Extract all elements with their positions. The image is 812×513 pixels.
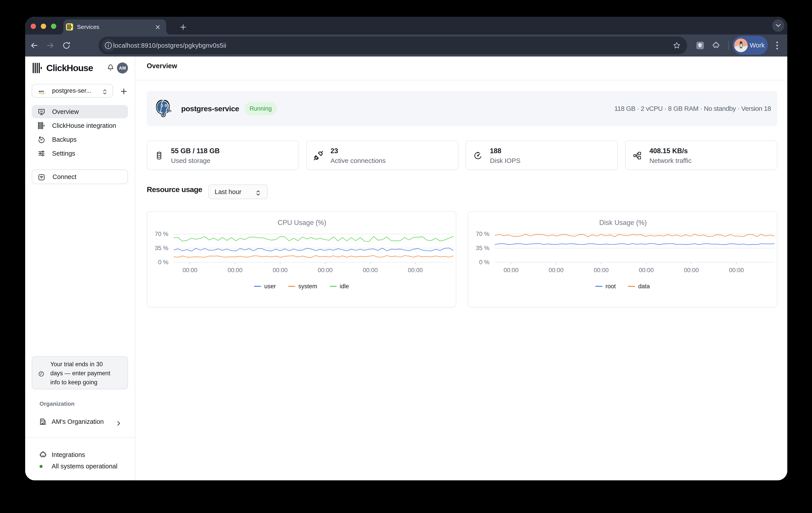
browser-toolbar: localhost:8910/postgres/pgkybgnv0s5ii Wo…	[25, 34, 787, 57]
legend-label: idle	[340, 283, 349, 290]
svg-text:00:00: 00:00	[594, 267, 609, 274]
chart-title: Disk Usage (%)	[599, 219, 647, 226]
add-service-button[interactable]	[121, 88, 127, 93]
chart-title: CPU Usage (%)	[278, 219, 326, 226]
stat-label: Disk IOPS	[490, 156, 520, 166]
stat-value: 408.15 KB/s	[649, 146, 688, 156]
new-tab-button[interactable]	[180, 24, 186, 30]
status-badge: Running	[244, 102, 277, 115]
service-selector[interactable]: aws postgres-ser...	[32, 84, 113, 97]
building-icon	[39, 418, 46, 425]
sidebar-item-label: Overview	[52, 105, 79, 118]
reload-button[interactable]	[62, 41, 70, 50]
time-range-select[interactable]: Last hour	[208, 184, 268, 199]
sidebar-item-clickhouse-integration[interactable]: ClickHouse integration	[32, 119, 128, 132]
connect-screen-icon	[38, 174, 45, 181]
tab-title: Services	[77, 20, 99, 34]
chart-legend: rootdata	[468, 282, 777, 290]
sidebar-item-settings[interactable]: Settings	[32, 147, 128, 160]
legend-label: user	[264, 283, 276, 290]
svg-text:00:00: 00:00	[549, 267, 563, 274]
organization-row[interactable]: AM's Organization	[32, 415, 128, 428]
main-panel: Overview postgres-service Running 118 GB…	[136, 57, 787, 480]
legend-label: root	[606, 283, 616, 290]
aws-logo-icon: aws	[38, 88, 46, 93]
toolbar-divider	[728, 41, 729, 50]
legend-mark	[288, 286, 295, 287]
clickhouse-logo-icon	[33, 63, 42, 73]
sidebar-item-label: ClickHouse integration	[52, 119, 116, 132]
brand-name: ClickHouse	[46, 62, 93, 74]
stat-value: 188	[490, 146, 501, 156]
integrations-row[interactable]: Integrations	[32, 448, 128, 461]
connect-button[interactable]: Connect	[32, 170, 128, 184]
sidebar-item-label: Settings	[52, 147, 75, 160]
user-avatar[interactable]: AM	[117, 62, 128, 74]
shield-extension-icon[interactable]	[696, 42, 704, 49]
window-minimize-button[interactable]	[41, 24, 46, 29]
legend-item-idle[interactable]: idle	[330, 283, 349, 290]
window-close-button[interactable]	[31, 24, 36, 29]
window-zoom-button[interactable]	[51, 24, 56, 29]
svg-text:00:00: 00:00	[408, 267, 423, 274]
database-icon	[155, 151, 164, 160]
notifications-bell-icon[interactable]	[107, 64, 114, 71]
organization-name: AM's Organization	[52, 415, 104, 428]
forward-button[interactable]	[46, 41, 54, 50]
legend-mark	[595, 286, 602, 287]
page-title: Overview	[147, 57, 177, 80]
browser-window: Services localhost:8910/postgres/pgkybgn…	[25, 17, 787, 480]
tab-search-button[interactable]	[772, 20, 784, 32]
app-content: ClickHouse AM aws postgres-ser... Overvi…	[25, 57, 787, 480]
service-selector-value: postgres-ser...	[52, 84, 91, 97]
integrations-label: Integrations	[52, 448, 85, 461]
select-updown-icon	[256, 189, 260, 195]
sidebar: ClickHouse AM aws postgres-ser... Overvi…	[25, 57, 135, 480]
svg-text:0 %: 0 %	[479, 259, 489, 265]
chevron-right-icon	[117, 420, 120, 424]
charts-row: CPU Usage (%)0 %35 %70 %00:0000:0000:000…	[147, 211, 777, 308]
status-dot-icon	[39, 465, 42, 468]
stat-label: Active connections	[330, 156, 386, 166]
legend-item-system[interactable]: system	[288, 283, 317, 290]
gauge-icon	[473, 151, 482, 160]
stat-value: 23	[330, 146, 338, 156]
svg-text:35 %: 35 %	[155, 245, 168, 251]
trial-notice: Your trial ends in 30 days — enter payme…	[32, 356, 128, 389]
profile-chip[interactable]: Work	[732, 36, 768, 55]
address-bar[interactable]: localhost:8910/postgres/pgkybgnv0s5ii	[98, 37, 687, 54]
bookmark-star-icon[interactable]	[673, 42, 680, 49]
browser-tab-services[interactable]: Services	[63, 20, 166, 34]
sidebar-item-overview[interactable]: Overview	[32, 105, 128, 118]
site-info-icon[interactable]	[102, 39, 115, 52]
select-updown-icon	[103, 88, 107, 93]
stat-card-used-storage: 55 GB / 118 GB Used storage	[147, 140, 299, 170]
disk-usage-chart-card: Disk Usage (%)0 %35 %70 %00:0000:0000:00…	[468, 211, 777, 308]
svg-text:70 %: 70 %	[155, 231, 168, 237]
extensions-puzzle-icon[interactable]	[712, 42, 720, 49]
url-text: localhost:8910/postgres/pgkybgnv0s5ii	[113, 37, 226, 54]
legend-item-user[interactable]: user	[254, 283, 276, 290]
avatar-initials: AM	[119, 65, 126, 70]
back-button[interactable]	[30, 41, 38, 50]
system-status-row[interactable]: All systems operational	[32, 460, 128, 473]
stat-label: Used storage	[171, 156, 210, 166]
chart-legend: usersystemidle	[147, 282, 456, 290]
desktop: Services localhost:8910/postgres/pgkybgn…	[0, 0, 812, 513]
browser-menu-kebab-icon[interactable]	[775, 40, 779, 50]
legend-item-root[interactable]: root	[595, 283, 616, 290]
svg-text:35 %: 35 %	[476, 245, 489, 251]
svg-text:00:00: 00:00	[228, 267, 242, 274]
puzzle-icon	[39, 451, 47, 459]
svg-text:00:00: 00:00	[273, 267, 288, 274]
disk-usage-plot: Disk Usage (%)0 %35 %70 %00:0000:0000:00…	[468, 212, 778, 308]
legend-item-data[interactable]: data	[628, 283, 650, 290]
status-text: All systems operational	[52, 460, 117, 473]
service-name: postgres-service	[181, 91, 239, 126]
svg-text:0 %: 0 %	[158, 259, 168, 265]
plug-icon	[313, 150, 322, 160]
svg-text:aws: aws	[39, 90, 44, 93]
sidebar-item-backups[interactable]: Backups	[32, 133, 128, 146]
legend-mark	[254, 286, 261, 287]
tab-close-icon[interactable]	[155, 24, 161, 30]
